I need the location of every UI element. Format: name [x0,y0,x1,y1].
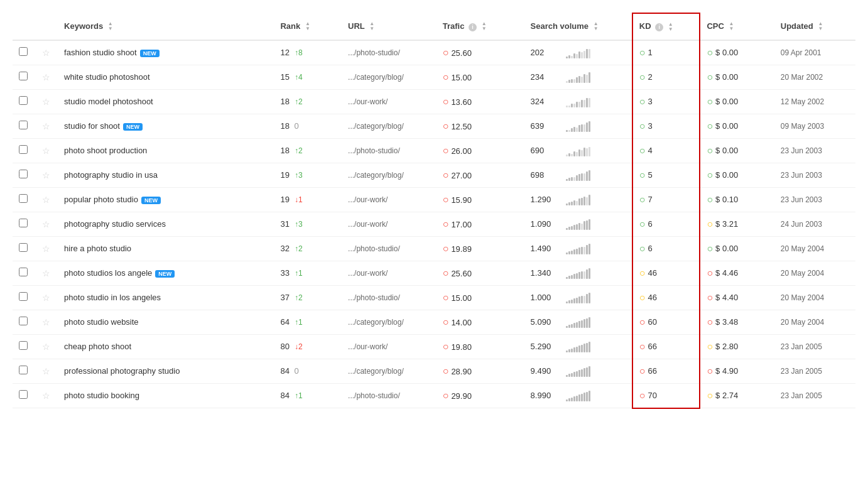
sort-url-icon[interactable]: ▲ ▼ [369,21,374,31]
rank-change-value: 3 [298,171,303,180]
row-checkbox[interactable] [19,243,28,252]
row-checkbox[interactable] [19,96,28,105]
kd-info-icon[interactable]: i [655,23,663,31]
row-checkbox[interactable] [19,341,28,350]
kd-cell: ○60 [632,310,700,334]
star-icon[interactable]: ☆ [42,195,50,205]
row-checkbox[interactable] [19,317,28,325]
row-checkbox[interactable] [19,366,28,374]
star-icon[interactable]: ☆ [42,293,50,303]
rank-cell: 18 0 [274,114,342,138]
cpc-dot-icon: ○ [707,243,713,254]
kd-dot-icon: ○ [639,341,646,352]
sort-updated-icon[interactable]: ▲ ▼ [818,21,823,31]
sort-keywords-icon[interactable]: ▲ ▼ [108,21,113,31]
sparkline-bar [589,317,590,328]
th-updated[interactable]: Updated ▲ ▼ [774,13,855,40]
cpc-cell: ○$ 3.48 [700,310,774,334]
th-rank[interactable]: Rank ▲ ▼ [274,13,342,40]
star-icon[interactable]: ☆ [42,366,50,376]
row-checkbox[interactable] [19,292,28,301]
sort-cpc-icon[interactable]: ▲ ▼ [729,21,734,31]
star-icon[interactable]: ☆ [42,48,50,58]
star-icon[interactable]: ☆ [42,219,50,229]
rank-cell: 19 3 [274,163,342,187]
rank-cell: 12 8 [274,40,342,65]
star-icon[interactable]: ☆ [42,317,50,327]
url-cell: .../photo-studio/ [342,236,437,261]
sparkline-bar [566,81,568,83]
star-icon[interactable]: ☆ [42,342,50,352]
sparkline-bar [583,221,585,230]
row-checkbox-cell [13,65,36,89]
sparkline-bar [571,177,573,181]
row-checkbox[interactable] [19,219,28,227]
th-traffic[interactable]: Trafic i ▲ ▼ [437,13,524,40]
sparkline-bar [589,268,590,279]
traffic-dot-icon: ○ [443,243,449,254]
searchvol-cell: 690 [524,138,632,163]
sparkline-bar [578,52,580,58]
sparkline-bar [583,74,585,83]
star-icon[interactable]: ☆ [42,72,50,82]
searchvol-container: 324 [531,96,626,107]
star-icon[interactable]: ☆ [42,121,50,131]
table-row: ☆hire a photo studio32 2.../photo-studio… [13,236,855,261]
star-icon[interactable]: ☆ [42,244,50,254]
row-checkbox[interactable] [19,170,28,178]
rank-cell: 32 2 [274,236,342,261]
row-checkbox[interactable] [19,145,28,154]
sparkline-bar [568,178,570,181]
star-icon[interactable]: ☆ [42,170,50,180]
row-checkbox[interactable] [19,268,28,276]
updated-value: 09 May 2003 [781,122,824,131]
rank-change-value: 1 [298,195,303,204]
traffic-dot-icon: ○ [443,292,449,303]
cpc-cell: ○$ 4.90 [700,359,774,383]
sparkline-chart [566,292,590,303]
table-row: ☆popular photo studioNEW19 1.../our-work… [13,187,855,212]
updated-cell: 20 May 2004 [774,261,855,285]
row-checkbox[interactable] [19,47,28,56]
cpc-dot-icon: ○ [707,72,713,83]
sparkline-bar [571,56,573,58]
th-cpc[interactable]: CPC ▲ ▼ [700,13,774,40]
sort-traffic-icon[interactable]: ▲ ▼ [482,21,487,31]
sort-rank-icon[interactable]: ▲ ▼ [305,21,310,31]
sparkline-bar [566,130,568,132]
th-kd[interactable]: KD i ▲ ▼ [632,13,700,40]
row-checkbox[interactable] [19,72,28,80]
row-checkbox[interactable] [19,390,28,399]
sort-searchvol-icon[interactable]: ▲ ▼ [594,21,599,31]
traffic-cell: ○15.00 [437,285,524,310]
kd-cell: ○5 [632,163,700,187]
updated-cell: 24 Jun 2003 [774,212,855,236]
updated-value: 09 Apr 2001 [781,48,822,57]
sparkline-bar [571,373,573,377]
rank-cell: 31 3 [274,212,342,236]
searchvol-container: 639 [531,121,626,132]
kd-value: 2 [648,72,652,82]
star-icon[interactable]: ☆ [42,391,50,401]
th-keywords[interactable]: Keywords ▲ ▼ [58,13,274,40]
updated-cell: 23 Jun 2003 [774,187,855,212]
rank-value: 15 [280,72,289,82]
row-checkbox[interactable] [19,194,28,203]
sparkline-bar [586,392,588,401]
kd-container: ○7 [639,194,693,205]
star-icon[interactable]: ☆ [42,97,50,107]
traffic-info-icon[interactable]: i [469,23,477,31]
searchvol-container: 5.090 [531,317,626,328]
url-text: .../photo-studio/ [348,391,400,400]
row-checkbox-cell [13,285,36,310]
sparkline-bar [573,274,575,279]
star-icon[interactable]: ☆ [42,268,50,278]
row-checkbox[interactable] [19,121,28,129]
th-searchvol[interactable]: Search volume ▲ ▼ [524,13,632,40]
sort-kd-icon[interactable]: ▲ ▼ [668,22,673,32]
traffic-value: 25.60 [451,269,472,278]
star-icon[interactable]: ☆ [42,146,50,156]
cpc-value: $ 4.40 [715,293,738,302]
traffic-dot-icon: ○ [443,194,449,205]
th-url[interactable]: URL ▲ ▼ [342,13,437,40]
